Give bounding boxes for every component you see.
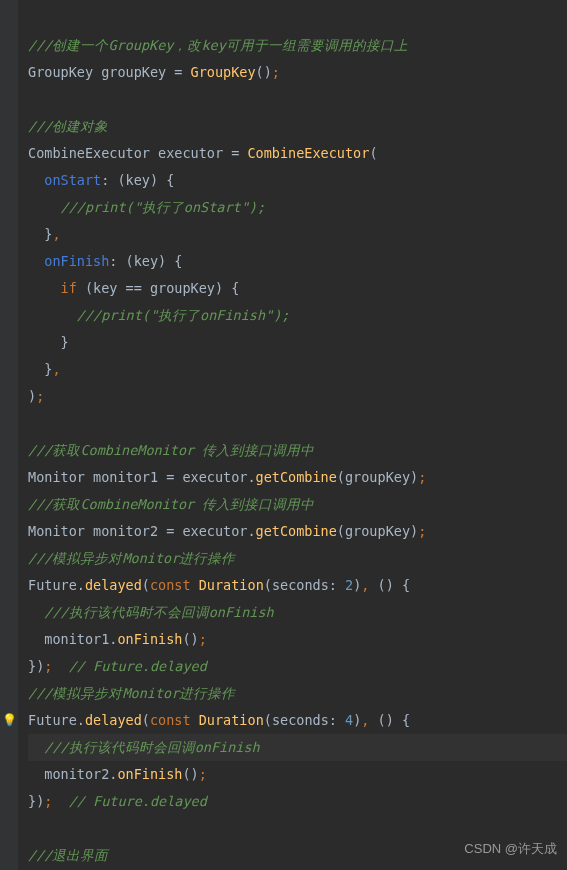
code-line: ///获取CombineMonitor 传入到接口调用中 xyxy=(28,496,314,512)
code-line xyxy=(28,820,36,836)
code-editor[interactable]: ///创建一个GroupKey，改key可用于一组需要调用的接口上 GroupK… xyxy=(18,0,567,870)
code-line: }); // Future.delayed xyxy=(28,793,207,809)
code-line: ); xyxy=(28,388,44,404)
code-line-highlighted: ///执行该代码时会回调onFinish xyxy=(28,734,567,761)
code-line: }, xyxy=(28,226,61,242)
code-line: ///退出界面 xyxy=(28,847,108,863)
code-line xyxy=(28,415,36,431)
code-line: monitor1.onFinish(); xyxy=(28,631,207,647)
code-line: Future.delayed(const Duration(seconds: 4… xyxy=(28,712,410,728)
code-line: ///模拟异步对Monitor进行操作 xyxy=(28,550,235,566)
code-line: }); // Future.delayed xyxy=(28,658,207,674)
code-line: onStart: (key) { xyxy=(28,172,174,188)
code-line: ///print("执行了onFinish"); xyxy=(28,307,289,323)
code-line: ///创建一个GroupKey，改key可用于一组需要调用的接口上 xyxy=(28,37,408,53)
editor-gutter xyxy=(0,0,18,870)
code-line: GroupKey groupKey = GroupKey(); xyxy=(28,64,280,80)
code-line: onFinish: (key) { xyxy=(28,253,182,269)
intention-bulb-icon[interactable]: 💡 xyxy=(2,707,17,734)
code-line: ///模拟异步对Monitor进行操作 xyxy=(28,685,235,701)
code-line: } xyxy=(28,334,69,350)
code-line: CombineExecutor executor = CombineExecut… xyxy=(28,145,378,161)
code-line: ///获取CombineMonitor 传入到接口调用中 xyxy=(28,442,314,458)
code-line: monitor2.onFinish(); xyxy=(28,766,207,782)
code-line: Future.delayed(const Duration(seconds: 2… xyxy=(28,577,410,593)
code-line: Monitor monitor2 = executor.getCombine(g… xyxy=(28,523,426,539)
code-line: if (key == groupKey) { xyxy=(28,280,239,296)
watermark-text: CSDN @许天成 xyxy=(464,835,557,862)
code-line: ///执行该代码时不会回调onFinish xyxy=(28,604,274,620)
code-line: Monitor monitor1 = executor.getCombine(g… xyxy=(28,469,426,485)
code-line: ///创建对象 xyxy=(28,118,108,134)
code-line: ///print("执行了onStart"); xyxy=(28,199,265,215)
code-line: }, xyxy=(28,361,61,377)
code-line xyxy=(28,91,36,107)
